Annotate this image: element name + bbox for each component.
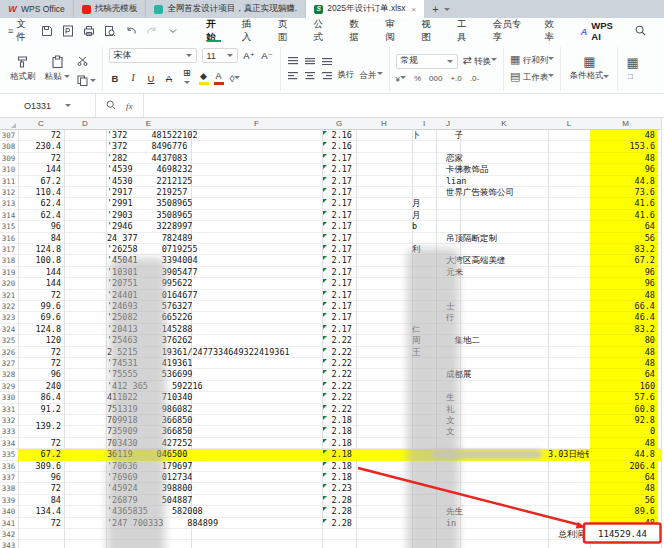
cell-c[interactable]: 72 <box>18 153 61 164</box>
row-header[interactable]: 332 <box>0 415 17 426</box>
row-header[interactable]: 335 <box>0 449 17 460</box>
column-header-L[interactable]: L <box>548 118 590 130</box>
currency-format-button[interactable]: ¥ <box>396 73 406 84</box>
row-header[interactable]: 330 <box>0 392 17 403</box>
row-header[interactable]: 307 <box>0 130 17 141</box>
font-size-select[interactable]: 11 <box>202 48 238 63</box>
cell-m[interactable]: 0 <box>590 426 658 437</box>
cell-m[interactable]: 46.4 <box>590 312 658 323</box>
cell-e[interactable]: 24 377782489 <box>107 233 321 244</box>
row-header[interactable]: 313 <box>0 198 17 209</box>
percent-format-button[interactable]: % <box>414 74 421 83</box>
cell-c[interactable]: 230.4 <box>18 141 61 152</box>
cell-m[interactable]: 92.8 <box>590 415 658 426</box>
menu-tab-9[interactable]: 效率 <box>535 18 571 44</box>
row-header[interactable]: 314 <box>0 210 17 221</box>
cell-m[interactable]: 48 <box>590 438 658 449</box>
cut-button[interactable] <box>77 52 96 70</box>
cell-m[interactable]: 89.6 <box>590 506 658 517</box>
merge-cells-button[interactable]: 合并 <box>360 69 383 82</box>
tab-0[interactable]: WWPS Office <box>0 0 74 18</box>
cell-c[interactable]: 62.4 <box>18 210 61 221</box>
worksheet-button[interactable]: ▤ 工作表 <box>510 71 554 84</box>
cell-m[interactable]: 96 <box>590 267 658 278</box>
row-header[interactable]: 308 <box>0 141 17 152</box>
cell-c[interactable]: 72 <box>18 290 61 301</box>
formula-search-icon[interactable] <box>106 100 116 112</box>
cell-c[interactable]: 110.4 <box>18 187 61 198</box>
column-header-K[interactable]: K <box>460 118 548 130</box>
conditional-format-button[interactable]: ▦ 条件格式 <box>567 55 611 82</box>
menu-tab-8[interactable]: 会员专享 <box>483 18 535 44</box>
menu-tab-1[interactable]: 插入 <box>232 18 268 44</box>
more-icon[interactable] <box>167 25 180 38</box>
cell-m[interactable]: 56 <box>590 233 658 244</box>
row-header[interactable]: 317 <box>0 244 17 255</box>
wrap-text-button[interactable]: 换行 <box>338 69 355 81</box>
cell-c[interactable]: 72 <box>18 130 61 141</box>
cell-m[interactable]: 48 <box>590 153 658 164</box>
number-format-select[interactable]: 常规 <box>396 54 458 69</box>
column-header-F[interactable]: F <box>191 118 322 130</box>
cell-e[interactable]: '45302212125 <box>107 176 321 187</box>
menu-tab-6[interactable]: 视图 <box>411 18 447 44</box>
cell-c[interactable]: 72 <box>18 347 61 358</box>
column-header-C[interactable]: C <box>18 118 64 130</box>
strikethrough-button[interactable]: A <box>163 73 176 84</box>
row-header[interactable]: 336 <box>0 461 17 472</box>
decrease-font-button[interactable]: A⁻ <box>261 50 274 61</box>
row-header[interactable]: 322 <box>0 301 17 312</box>
wps-ai-button[interactable]: A WPS AI <box>570 20 631 42</box>
font-name-select[interactable]: 宋体 <box>109 48 197 63</box>
new-tab-button[interactable]: + <box>432 3 438 15</box>
table-style-button[interactable]: ▦□ <box>618 47 646 91</box>
cell-e[interactable]: '29463228997 <box>107 221 321 232</box>
cell-m[interactable]: 48 <box>590 518 658 529</box>
column-header-E[interactable]: E <box>106 118 191 130</box>
fx-icon[interactable]: fx <box>126 101 133 111</box>
row-header[interactable]: 329 <box>0 381 17 392</box>
cell-c[interactable]: 72 <box>18 518 61 529</box>
cell-m[interactable]: 66.4 <box>590 301 658 312</box>
cell-c[interactable]: 100.8 <box>18 255 61 266</box>
column-header-G[interactable]: G <box>322 118 356 130</box>
align-left-icon[interactable] <box>287 71 299 80</box>
column-header-D[interactable]: D <box>64 118 106 130</box>
file-menu[interactable]: ≡ 文件 <box>8 18 33 44</box>
tab-1[interactable]: 找稿壳模板 <box>74 0 147 18</box>
row-header[interactable]: 319 <box>0 267 17 278</box>
cell-customer[interactable]: 恋家 <box>412 153 545 164</box>
cell-c[interactable]: 84 <box>18 233 61 244</box>
row-header[interactable]: 339 <box>0 495 17 506</box>
redo-icon[interactable] <box>146 25 159 38</box>
cell-c[interactable]: 96 <box>18 221 61 232</box>
row-header[interactable]: 311 <box>0 176 17 187</box>
cell-c[interactable]: 96 <box>18 472 61 483</box>
cell-c[interactable]: 99.6 <box>18 301 61 312</box>
cell-c[interactable]: 67.2 <box>18 176 61 187</box>
cell-m[interactable]: 96 <box>590 278 658 289</box>
row-header[interactable]: 318 <box>0 255 17 266</box>
close-icon[interactable]: × <box>412 5 417 14</box>
thousand-separator-button[interactable]: 000 <box>429 74 442 83</box>
menu-tab-3[interactable]: 公式 <box>304 18 340 44</box>
row-header[interactable]: 333 <box>0 426 17 437</box>
cell-m[interactable]: 44.8 <box>590 176 658 187</box>
fill-color-button[interactable]: ◆ <box>199 72 209 85</box>
menu-tab-0[interactable]: 开始 <box>196 18 232 44</box>
cell-customer[interactable]: 月 <box>412 210 545 221</box>
cell-l[interactable]: 3.03日给钱 <box>548 449 589 460</box>
cell-customer[interactable]: 吊顶隔断定制 <box>412 233 545 244</box>
cell-e[interactable]: '262580719255 <box>107 244 321 255</box>
cell-m[interactable]: 83.2 <box>590 244 658 255</box>
increase-font-button[interactable]: A⁺ <box>243 50 256 61</box>
cell-m[interactable]: 64 <box>590 369 658 380</box>
row-header[interactable]: 341 <box>0 518 17 529</box>
row-header[interactable]: 315 <box>0 221 17 232</box>
print-icon[interactable] <box>83 25 96 38</box>
cell-c[interactable]: 67.2 <box>18 449 61 460</box>
cell-c[interactable]: 240 <box>18 381 61 392</box>
cell-c[interactable]: 139.2 <box>18 415 61 438</box>
row-header[interactable]: 316 <box>0 233 17 244</box>
row-header[interactable]: 340 <box>0 506 17 517</box>
